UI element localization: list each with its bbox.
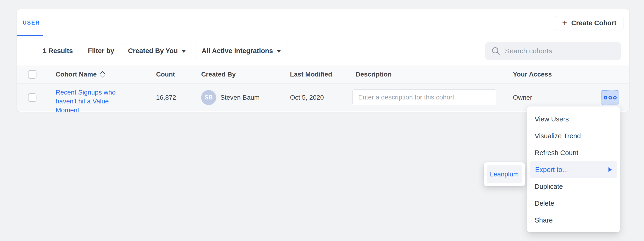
row-checkbox[interactable] — [28, 93, 36, 102]
header-description: Description — [356, 66, 392, 83]
row-actions-menu: View Users Visualize Trend Refresh Count… — [527, 106, 620, 232]
select-all-checkbox[interactable] — [28, 70, 36, 79]
menu-item-view-users[interactable]: View Users — [527, 111, 620, 128]
avatar: SB — [201, 90, 216, 105]
cohort-count: 16,872 — [156, 84, 176, 111]
header-created-by: Created By — [201, 66, 236, 83]
menu-item-export-to[interactable]: Export to... — [530, 161, 617, 178]
tab-bar: USER + Create Cohort — [17, 9, 629, 36]
header-count: Count — [156, 66, 175, 83]
export-submenu: Leanplum — [484, 162, 525, 186]
last-modified-cell: Oct 5, 2020 — [290, 84, 324, 111]
menu-item-export-to-label: Export to... — [535, 166, 568, 174]
header-cohort-name[interactable]: Cohort Name — [56, 66, 106, 83]
created-by-dropdown[interactable]: Created By You — [122, 44, 192, 58]
menu-item-duplicate[interactable]: Duplicate — [527, 178, 620, 195]
created-by-dropdown-label: Created By You — [128, 47, 178, 55]
cohorts-panel: USER + Create Cohort 1 Results Filter by… — [17, 9, 629, 112]
more-dots-icon — [613, 96, 617, 99]
vertical-divider — [80, 46, 80, 56]
submenu-arrow-icon — [608, 167, 612, 172]
more-dots-icon — [604, 96, 607, 99]
more-dots-icon — [608, 96, 612, 99]
creator-name: Steven Baum — [220, 94, 260, 101]
tab-user-label: USER — [23, 20, 40, 26]
search-box[interactable] — [485, 42, 621, 60]
row-actions-button[interactable] — [601, 90, 619, 105]
table-header: Cohort Name Count Created By Last Modifi… — [17, 66, 629, 84]
integrations-dropdown-label: All Active Integrations — [202, 47, 273, 55]
chevron-down-icon — [277, 50, 281, 53]
submenu-item-leanplum[interactable]: Leanplum — [487, 165, 522, 183]
search-icon — [492, 47, 500, 56]
filter-bar: 1 Results Filter by Created By You All A… — [17, 36, 629, 66]
header-last-modified: Last Modified — [290, 66, 332, 83]
plus-icon: + — [562, 18, 567, 27]
tab-user[interactable]: USER — [23, 9, 40, 36]
menu-item-refresh-count[interactable]: Refresh Count — [527, 144, 620, 161]
menu-item-delete[interactable]: Delete — [527, 195, 620, 212]
created-by-cell: SB Steven Baum — [201, 84, 260, 111]
results-count: 1 Results — [43, 47, 73, 55]
chevron-down-icon — [182, 50, 186, 53]
menu-item-share[interactable]: Share — [527, 212, 620, 228]
header-your-access: Your Access — [513, 66, 552, 83]
create-cohort-label: Create Cohort — [571, 19, 616, 27]
menu-item-visualize-trend[interactable]: Visualize Trend — [527, 128, 620, 144]
filter-by-label: Filter by — [88, 47, 114, 55]
create-cohort-button[interactable]: + Create Cohort — [555, 16, 624, 30]
search-input[interactable] — [505, 47, 615, 55]
cohorts-page: USER + Create Cohort 1 Results Filter by… — [0, 0, 644, 241]
sort-icon — [100, 70, 106, 79]
description-input[interactable] — [352, 89, 496, 105]
cohort-name-link[interactable]: Recent Signups who haven't hit a Value M… — [56, 88, 119, 112]
integrations-dropdown[interactable]: All Active Integrations — [196, 44, 287, 58]
